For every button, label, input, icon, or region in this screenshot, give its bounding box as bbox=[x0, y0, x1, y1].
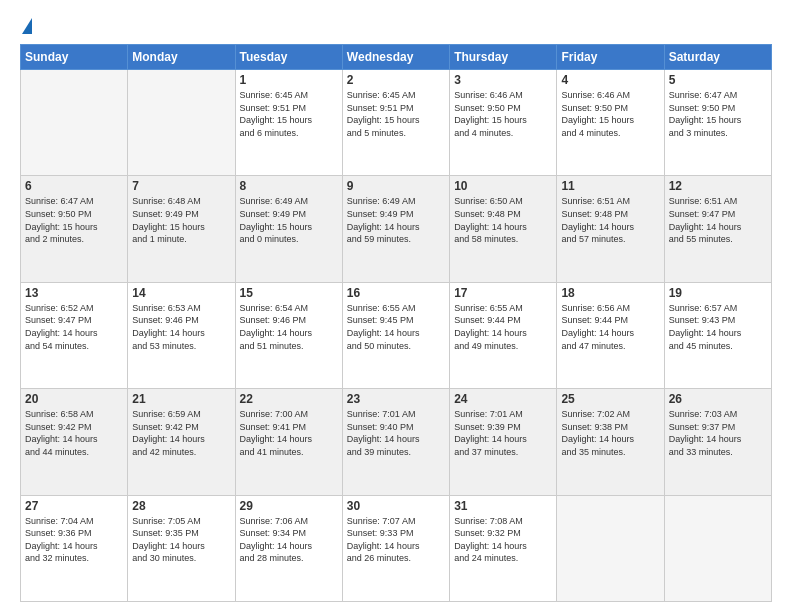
calendar-cell: 14Sunrise: 6:53 AM Sunset: 9:46 PM Dayli… bbox=[128, 282, 235, 388]
calendar-cell bbox=[128, 70, 235, 176]
day-number: 30 bbox=[347, 499, 445, 513]
day-number: 16 bbox=[347, 286, 445, 300]
day-number: 12 bbox=[669, 179, 767, 193]
day-number: 14 bbox=[132, 286, 230, 300]
calendar-cell: 5Sunrise: 6:47 AM Sunset: 9:50 PM Daylig… bbox=[664, 70, 771, 176]
weekday-header-wednesday: Wednesday bbox=[342, 45, 449, 70]
day-info: Sunrise: 6:49 AM Sunset: 9:49 PM Dayligh… bbox=[240, 195, 338, 245]
calendar-cell: 12Sunrise: 6:51 AM Sunset: 9:47 PM Dayli… bbox=[664, 176, 771, 282]
day-number: 1 bbox=[240, 73, 338, 87]
day-number: 15 bbox=[240, 286, 338, 300]
day-info: Sunrise: 6:49 AM Sunset: 9:49 PM Dayligh… bbox=[347, 195, 445, 245]
calendar-cell: 1Sunrise: 6:45 AM Sunset: 9:51 PM Daylig… bbox=[235, 70, 342, 176]
calendar-cell: 15Sunrise: 6:54 AM Sunset: 9:46 PM Dayli… bbox=[235, 282, 342, 388]
day-info: Sunrise: 7:05 AM Sunset: 9:35 PM Dayligh… bbox=[132, 515, 230, 565]
calendar-cell: 13Sunrise: 6:52 AM Sunset: 9:47 PM Dayli… bbox=[21, 282, 128, 388]
logo bbox=[20, 18, 32, 34]
day-number: 17 bbox=[454, 286, 552, 300]
calendar-week-row: 1Sunrise: 6:45 AM Sunset: 9:51 PM Daylig… bbox=[21, 70, 772, 176]
calendar-week-row: 13Sunrise: 6:52 AM Sunset: 9:47 PM Dayli… bbox=[21, 282, 772, 388]
day-number: 27 bbox=[25, 499, 123, 513]
day-info: Sunrise: 6:55 AM Sunset: 9:45 PM Dayligh… bbox=[347, 302, 445, 352]
day-info: Sunrise: 7:03 AM Sunset: 9:37 PM Dayligh… bbox=[669, 408, 767, 458]
day-number: 19 bbox=[669, 286, 767, 300]
calendar-week-row: 6Sunrise: 6:47 AM Sunset: 9:50 PM Daylig… bbox=[21, 176, 772, 282]
calendar-cell: 10Sunrise: 6:50 AM Sunset: 9:48 PM Dayli… bbox=[450, 176, 557, 282]
calendar-page: SundayMondayTuesdayWednesdayThursdayFrid… bbox=[0, 0, 792, 612]
day-number: 24 bbox=[454, 392, 552, 406]
day-info: Sunrise: 6:56 AM Sunset: 9:44 PM Dayligh… bbox=[561, 302, 659, 352]
calendar-cell: 26Sunrise: 7:03 AM Sunset: 9:37 PM Dayli… bbox=[664, 389, 771, 495]
day-info: Sunrise: 6:45 AM Sunset: 9:51 PM Dayligh… bbox=[347, 89, 445, 139]
calendar-cell: 18Sunrise: 6:56 AM Sunset: 9:44 PM Dayli… bbox=[557, 282, 664, 388]
calendar-cell: 4Sunrise: 6:46 AM Sunset: 9:50 PM Daylig… bbox=[557, 70, 664, 176]
day-info: Sunrise: 7:06 AM Sunset: 9:34 PM Dayligh… bbox=[240, 515, 338, 565]
day-info: Sunrise: 7:01 AM Sunset: 9:39 PM Dayligh… bbox=[454, 408, 552, 458]
calendar-cell bbox=[557, 495, 664, 601]
calendar-cell: 29Sunrise: 7:06 AM Sunset: 9:34 PM Dayli… bbox=[235, 495, 342, 601]
calendar-cell bbox=[664, 495, 771, 601]
calendar-cell: 22Sunrise: 7:00 AM Sunset: 9:41 PM Dayli… bbox=[235, 389, 342, 495]
calendar-cell: 25Sunrise: 7:02 AM Sunset: 9:38 PM Dayli… bbox=[557, 389, 664, 495]
day-info: Sunrise: 7:00 AM Sunset: 9:41 PM Dayligh… bbox=[240, 408, 338, 458]
day-info: Sunrise: 6:47 AM Sunset: 9:50 PM Dayligh… bbox=[25, 195, 123, 245]
day-info: Sunrise: 7:01 AM Sunset: 9:40 PM Dayligh… bbox=[347, 408, 445, 458]
day-number: 3 bbox=[454, 73, 552, 87]
day-number: 21 bbox=[132, 392, 230, 406]
day-info: Sunrise: 6:59 AM Sunset: 9:42 PM Dayligh… bbox=[132, 408, 230, 458]
calendar-cell: 6Sunrise: 6:47 AM Sunset: 9:50 PM Daylig… bbox=[21, 176, 128, 282]
day-number: 26 bbox=[669, 392, 767, 406]
calendar-cell: 27Sunrise: 7:04 AM Sunset: 9:36 PM Dayli… bbox=[21, 495, 128, 601]
day-number: 22 bbox=[240, 392, 338, 406]
day-number: 18 bbox=[561, 286, 659, 300]
day-info: Sunrise: 6:46 AM Sunset: 9:50 PM Dayligh… bbox=[454, 89, 552, 139]
day-info: Sunrise: 7:04 AM Sunset: 9:36 PM Dayligh… bbox=[25, 515, 123, 565]
day-number: 4 bbox=[561, 73, 659, 87]
day-number: 7 bbox=[132, 179, 230, 193]
weekday-header-saturday: Saturday bbox=[664, 45, 771, 70]
calendar-cell: 20Sunrise: 6:58 AM Sunset: 9:42 PM Dayli… bbox=[21, 389, 128, 495]
calendar-cell: 21Sunrise: 6:59 AM Sunset: 9:42 PM Dayli… bbox=[128, 389, 235, 495]
calendar-cell: 17Sunrise: 6:55 AM Sunset: 9:44 PM Dayli… bbox=[450, 282, 557, 388]
day-number: 28 bbox=[132, 499, 230, 513]
calendar-cell: 2Sunrise: 6:45 AM Sunset: 9:51 PM Daylig… bbox=[342, 70, 449, 176]
header bbox=[20, 18, 772, 34]
weekday-header-thursday: Thursday bbox=[450, 45, 557, 70]
calendar-cell: 9Sunrise: 6:49 AM Sunset: 9:49 PM Daylig… bbox=[342, 176, 449, 282]
weekday-header-monday: Monday bbox=[128, 45, 235, 70]
day-info: Sunrise: 6:58 AM Sunset: 9:42 PM Dayligh… bbox=[25, 408, 123, 458]
weekday-header-tuesday: Tuesday bbox=[235, 45, 342, 70]
day-number: 29 bbox=[240, 499, 338, 513]
logo-triangle-icon bbox=[22, 18, 32, 34]
weekday-header-row: SundayMondayTuesdayWednesdayThursdayFrid… bbox=[21, 45, 772, 70]
weekday-header-friday: Friday bbox=[557, 45, 664, 70]
calendar-cell: 30Sunrise: 7:07 AM Sunset: 9:33 PM Dayli… bbox=[342, 495, 449, 601]
day-number: 13 bbox=[25, 286, 123, 300]
day-info: Sunrise: 6:45 AM Sunset: 9:51 PM Dayligh… bbox=[240, 89, 338, 139]
day-info: Sunrise: 7:08 AM Sunset: 9:32 PM Dayligh… bbox=[454, 515, 552, 565]
day-info: Sunrise: 6:51 AM Sunset: 9:47 PM Dayligh… bbox=[669, 195, 767, 245]
calendar-week-row: 27Sunrise: 7:04 AM Sunset: 9:36 PM Dayli… bbox=[21, 495, 772, 601]
day-number: 31 bbox=[454, 499, 552, 513]
calendar-cell: 28Sunrise: 7:05 AM Sunset: 9:35 PM Dayli… bbox=[128, 495, 235, 601]
calendar-cell bbox=[21, 70, 128, 176]
day-number: 11 bbox=[561, 179, 659, 193]
calendar-cell: 31Sunrise: 7:08 AM Sunset: 9:32 PM Dayli… bbox=[450, 495, 557, 601]
day-info: Sunrise: 6:53 AM Sunset: 9:46 PM Dayligh… bbox=[132, 302, 230, 352]
calendar-cell: 8Sunrise: 6:49 AM Sunset: 9:49 PM Daylig… bbox=[235, 176, 342, 282]
calendar-cell: 23Sunrise: 7:01 AM Sunset: 9:40 PM Dayli… bbox=[342, 389, 449, 495]
day-number: 9 bbox=[347, 179, 445, 193]
day-info: Sunrise: 6:57 AM Sunset: 9:43 PM Dayligh… bbox=[669, 302, 767, 352]
day-number: 8 bbox=[240, 179, 338, 193]
day-number: 6 bbox=[25, 179, 123, 193]
calendar-cell: 3Sunrise: 6:46 AM Sunset: 9:50 PM Daylig… bbox=[450, 70, 557, 176]
day-number: 25 bbox=[561, 392, 659, 406]
day-number: 2 bbox=[347, 73, 445, 87]
calendar-cell: 7Sunrise: 6:48 AM Sunset: 9:49 PM Daylig… bbox=[128, 176, 235, 282]
day-info: Sunrise: 7:07 AM Sunset: 9:33 PM Dayligh… bbox=[347, 515, 445, 565]
day-number: 20 bbox=[25, 392, 123, 406]
calendar-cell: 19Sunrise: 6:57 AM Sunset: 9:43 PM Dayli… bbox=[664, 282, 771, 388]
day-info: Sunrise: 6:51 AM Sunset: 9:48 PM Dayligh… bbox=[561, 195, 659, 245]
calendar-cell: 11Sunrise: 6:51 AM Sunset: 9:48 PM Dayli… bbox=[557, 176, 664, 282]
day-info: Sunrise: 6:54 AM Sunset: 9:46 PM Dayligh… bbox=[240, 302, 338, 352]
